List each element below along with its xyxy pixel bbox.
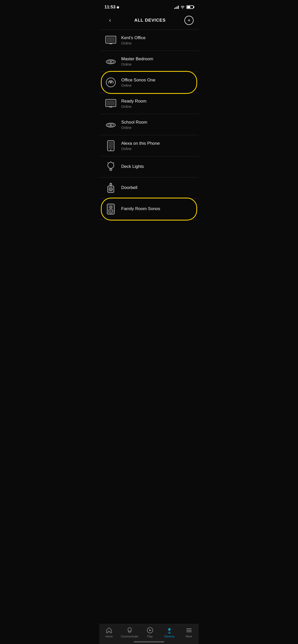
device-icon-wifi-speaker (104, 76, 117, 89)
device-icon-tv2 (104, 97, 117, 110)
device-info: Family Room Sonos (121, 206, 194, 212)
svg-rect-20 (110, 169, 112, 170)
svg-point-19 (108, 162, 114, 168)
device-info: Office Sonos One Online (121, 78, 194, 87)
device-icon-tv (104, 34, 117, 47)
svg-rect-1 (107, 37, 115, 42)
device-status: Online (121, 41, 194, 45)
device-list: Kent's Office Online Master Bedroom Onli… (99, 30, 199, 243)
svg-point-18 (110, 149, 111, 150)
signal-icon (174, 5, 179, 9)
header: ‹ ALL DEVICES + (99, 12, 199, 30)
device-status: Online (121, 147, 194, 151)
clock: 11:53 (104, 5, 115, 10)
tv-icon (105, 99, 116, 108)
device-info: Master Bedroom Online (121, 56, 194, 66)
device-icon-speaker (104, 203, 117, 215)
status-bar: 11:53 (99, 0, 199, 12)
device-info: Ready Room Online (121, 99, 194, 109)
echo-dot-icon (105, 57, 116, 66)
device-item-kents-office[interactable]: Kent's Office Online (99, 30, 199, 51)
back-button[interactable]: ‹ (104, 15, 116, 26)
svg-line-24 (113, 163, 114, 163)
bulb-icon (106, 161, 115, 172)
sonos-icon (105, 77, 116, 88)
device-item-doorbell[interactable]: Doorbell (99, 178, 199, 198)
device-name: Deck Lights (121, 164, 194, 169)
device-icon-echo-dot2 (104, 118, 117, 131)
device-icon-echo-dot (104, 55, 117, 68)
device-name: Office Sonos One (121, 78, 194, 83)
device-icon-phone (104, 139, 117, 152)
svg-point-15 (110, 125, 112, 126)
device-name: Master Bedroom (121, 56, 194, 62)
device-item-deck-lights[interactable]: Deck Lights (99, 156, 199, 177)
device-status: Online (121, 62, 194, 66)
device-item-family-room-sonos[interactable]: Family Room Sonos (99, 199, 199, 219)
echo-dot-icon (105, 120, 116, 129)
add-icon: + (187, 18, 191, 23)
device-name: Ready Room (121, 99, 194, 104)
svg-point-30 (110, 207, 111, 208)
add-device-button[interactable]: + (184, 16, 194, 25)
svg-line-23 (108, 163, 108, 163)
device-info: Doorbell (121, 185, 194, 191)
device-name: Doorbell (121, 185, 194, 190)
page-title: ALL DEVICES (134, 18, 166, 23)
device-item-master-bedroom[interactable]: Master Bedroom Online (99, 51, 199, 72)
list-divider (99, 219, 199, 220)
device-name: Kent's Office (121, 35, 194, 40)
battery-icon (186, 5, 194, 9)
device-icon-doorbell (104, 182, 117, 194)
svg-point-27 (110, 189, 111, 190)
device-name: Alexa on this Phone (121, 141, 194, 146)
svg-rect-21 (110, 170, 112, 171)
device-info: School Room Online (121, 120, 194, 130)
device-info: Deck Lights (121, 164, 194, 170)
device-icon-bulb (104, 160, 117, 173)
device-info: Alexa on this Phone Online (121, 141, 194, 151)
svg-rect-10 (107, 100, 115, 106)
device-name: Family Room Sonos (121, 206, 194, 211)
device-item-alexa-phone[interactable]: Alexa on this Phone Online (99, 135, 199, 156)
svg-point-33 (111, 211, 111, 212)
back-arrow-icon: ‹ (109, 17, 111, 24)
device-status: Online (121, 83, 194, 87)
device-item-office-sonos-one[interactable]: Office Sonos One Online (99, 72, 199, 93)
location-icon (116, 6, 119, 9)
device-name: School Room (121, 120, 194, 125)
device-status: Online (121, 105, 194, 109)
svg-rect-17 (109, 142, 113, 149)
doorbell-icon (106, 182, 116, 194)
svg-point-6 (110, 61, 112, 62)
device-item-school-room[interactable]: School Room Online (99, 114, 199, 135)
phone-icon (107, 140, 115, 151)
device-info: Kent's Office Online (121, 35, 194, 45)
status-time: 11:53 (104, 5, 119, 10)
status-icons (174, 5, 194, 9)
tv-icon (105, 36, 116, 45)
wifi-icon (180, 5, 185, 9)
device-status: Online (121, 126, 194, 130)
speaker-icon (106, 203, 116, 215)
device-item-ready-room[interactable]: Ready Room Online (99, 93, 199, 114)
